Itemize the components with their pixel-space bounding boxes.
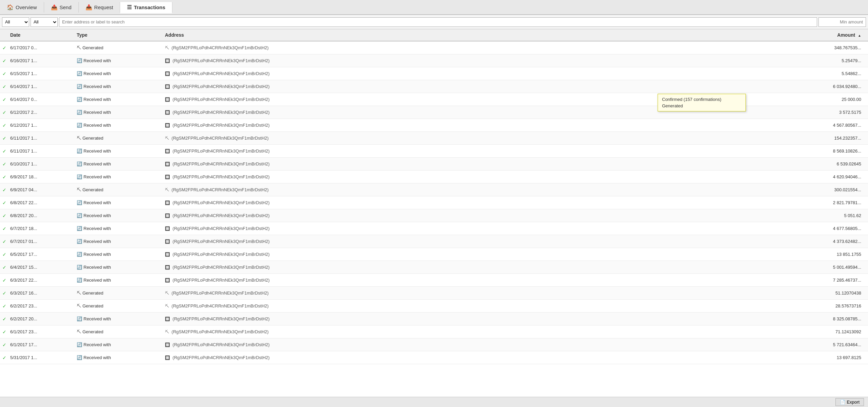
search-input[interactable]: [59, 17, 817, 27]
cell-date: 6/2/2017 20...: [9, 316, 77, 321]
table-row[interactable]: ✓ 6/9/2017 04... ⛏Generated ⛏ (RgSM2FPRL…: [0, 183, 868, 196]
col-header-date[interactable]: Date: [9, 32, 77, 38]
cell-address: 🔲 (RgSM2FPRLoPdh4CRRnNEk3QmF1mBrDstH2): [165, 252, 753, 257]
table-row[interactable]: ✓ 6/15/2017 1... 🔄Received with 🔲 (RgSM2…: [0, 67, 868, 80]
nav-request[interactable]: 📥 Request: [79, 2, 120, 13]
table-row[interactable]: ✓ 6/1/2017 17... 🔄Received with 🔲 (RgSM2…: [0, 338, 868, 351]
table-row[interactable]: ✓ 6/1/2017 23... ⛏Generated ⛏ (RgSM2FPRL…: [0, 325, 868, 338]
table-row[interactable]: ✓ 6/8/2017 22... 🔄Received with 🔲 (RgSM2…: [0, 196, 868, 209]
check-mark: ✓: [0, 71, 9, 76]
table-row[interactable]: ✓ 6/2/2017 20... 🔄Received with 🔲 (RgSM2…: [0, 313, 868, 325]
address-icon: 🔲: [165, 213, 170, 218]
cell-date: 6/10/2017 1...: [9, 161, 77, 166]
cell-amount: 300.021554...: [753, 187, 868, 192]
cell-amount: 4 567.80567...: [753, 123, 868, 128]
table-row[interactable]: ✓ 6/4/2017 15... 🔄Received with 🔲 (RgSM2…: [0, 261, 868, 274]
transactions-table: Date Type Address Amount ▲ ✓ 6/17/2017 0…: [0, 29, 868, 397]
cell-type: 🔄Received with: [77, 226, 165, 231]
cell-date: 6/3/2017 16...: [9, 290, 77, 296]
generated-icon: ⛏: [77, 187, 81, 192]
table-row[interactable]: ✓ 6/7/2017 01... 🔄Received with 🔲 (RgSM2…: [0, 235, 868, 248]
generated-icon: ⛏: [77, 45, 81, 50]
transactions-icon: ☰: [127, 4, 132, 11]
table-row[interactable]: ✓ 6/12/2017 1... 🔄Received with 🔲 (RgSM2…: [0, 119, 868, 132]
cell-date: 6/14/2017 0...: [9, 97, 77, 102]
cell-address: 🔲 (RgSM2FPRLoPdh4CRRnNEk3QmF1mBrDstH2): [165, 355, 753, 360]
nav-transactions[interactable]: ☰ Transactions: [120, 2, 172, 13]
received-icon: 🔄: [77, 97, 82, 102]
cell-address: 🔲 (RgSM2FPRLoPdh4CRRnNEk3QmF1mBrDstH2): [165, 148, 753, 154]
received-icon: 🔄: [77, 342, 82, 347]
table-row[interactable]: ✓ 5/31/2017 1... 🔄Received with 🔲 (RgSM2…: [0, 351, 868, 364]
address-icon: 🔲: [165, 200, 170, 205]
cell-date: 6/11/2017 1...: [9, 136, 77, 141]
tooltip-row-generated: Generated: [662, 103, 741, 109]
cell-date: 6/12/2017 2...: [9, 110, 77, 115]
address-icon: ⛏: [165, 330, 169, 334]
cell-type: 🔄Received with: [77, 342, 165, 347]
check-mark: ✓: [0, 123, 9, 128]
table-row[interactable]: ✓ 6/11/2017 1... ⛏Generated ⛏ (RgSM2FPRL…: [0, 132, 868, 145]
col-header-type[interactable]: Type: [77, 32, 165, 38]
nav-send[interactable]: 📤 Send: [44, 2, 79, 13]
table-row[interactable]: ✓ 6/5/2017 17... 🔄Received with 🔲 (RgSM2…: [0, 248, 868, 261]
table-body: ✓ 6/17/2017 0... ⛏Generated ⛏ (RgSM2FPRL…: [0, 41, 868, 364]
address-icon: 🔲: [165, 71, 170, 76]
received-icon: 🔄: [77, 265, 82, 270]
cell-type: ⛏Generated: [77, 136, 165, 141]
address-icon: 🔲: [165, 58, 170, 63]
address-icon: 🔲: [165, 110, 170, 115]
received-icon: 🔄: [77, 252, 82, 257]
table-row[interactable]: ✓ 6/3/2017 16... ⛏Generated ⛏ (RgSM2FPRL…: [0, 287, 868, 300]
col-header-amount[interactable]: Amount ▲: [753, 32, 868, 38]
table-row[interactable]: ✓ 6/9/2017 18... 🔄Received with 🔲 (RgSM2…: [0, 171, 868, 183]
table-row[interactable]: ✓ 6/8/2017 20... 🔄Received with 🔲 (RgSM2…: [0, 209, 868, 222]
cell-date: 6/12/2017 1...: [9, 123, 77, 128]
cell-address: 🔲 (RgSM2FPRLoPdh4CRRnNEk3QmF1mBrDstH2): [165, 161, 753, 166]
cell-address: 🔲 (RgSM2FPRLoPdh4CRRnNEk3QmF1mBrDstH2): [165, 316, 753, 321]
table-row[interactable]: ✓ 6/17/2017 0... ⛏Generated ⛏ (RgSM2FPRL…: [0, 41, 868, 54]
address-icon: 🔲: [165, 252, 170, 257]
cell-date: 6/9/2017 04...: [9, 187, 77, 192]
cell-amount: 6 539.02645: [753, 161, 868, 166]
check-mark: ✓: [0, 45, 9, 51]
table-row[interactable]: ✓ 6/3/2017 22... 🔄Received with 🔲 (RgSM2…: [0, 274, 868, 287]
address-icon: 🔲: [165, 84, 170, 89]
cell-amount: 5.54862...: [753, 71, 868, 76]
table-header: Date Type Address Amount ▲: [0, 29, 868, 41]
received-icon: 🔄: [77, 316, 82, 321]
generated-icon: ⛏: [77, 329, 81, 334]
cell-address: 🔲 (RgSM2FPRLoPdh4CRRnNEk3QmF1mBrDstH2): [165, 84, 753, 89]
check-mark: ✓: [0, 187, 9, 193]
filter-status-select[interactable]: All: [31, 17, 58, 27]
min-amount-input[interactable]: [818, 17, 866, 27]
cell-date: 6/2/2017 23...: [9, 303, 77, 308]
export-button[interactable]: 📄 Export: [835, 398, 864, 406]
table-row[interactable]: ✓ 6/11/2017 1... 🔄Received with 🔲 (RgSM2…: [0, 145, 868, 158]
cell-type: 🔄Received with: [77, 316, 165, 321]
cell-type: 🔄Received with: [77, 97, 165, 102]
tooltip-generated-label: Generated: [662, 103, 683, 108]
received-icon: 🔄: [77, 148, 82, 154]
cell-amount: 51.12070438: [753, 290, 868, 296]
received-icon: 🔄: [77, 71, 82, 76]
table-row[interactable]: ✓ 6/10/2017 1... 🔄Received with 🔲 (RgSM2…: [0, 158, 868, 171]
received-icon: 🔄: [77, 161, 82, 166]
cell-address: 🔲 (RgSM2FPRLoPdh4CRRnNEk3QmF1mBrDstH2): [165, 200, 753, 205]
table-row[interactable]: ✓ 6/2/2017 23... ⛏Generated ⛏ (RgSM2FPRL…: [0, 300, 868, 313]
address-icon: 🔲: [165, 342, 170, 347]
received-icon: 🔄: [77, 213, 82, 218]
filter-type-select[interactable]: All: [2, 17, 29, 27]
nav-send-label: Send: [60, 4, 72, 10]
table-row[interactable]: ✓ 6/14/2017 1... 🔄Received with 🔲 (RgSM2…: [0, 80, 868, 93]
table-row[interactable]: ✓ 6/16/2017 1... 🔄Received with 🔲 (RgSM2…: [0, 54, 868, 67]
table-row[interactable]: ✓ 6/7/2017 18... 🔄Received with 🔲 (RgSM2…: [0, 222, 868, 235]
received-icon: 🔄: [77, 123, 82, 128]
cell-address: 🔲 (RgSM2FPRLoPdh4CRRnNEk3QmF1mBrDstH2): [165, 265, 753, 270]
cell-address: ⛏ (RgSM2FPRLoPdh4CRRnNEk3QmF1mBrDstH2): [165, 45, 753, 50]
tooltip-confirmed-label: Confirmed (157 confirmations): [662, 97, 721, 102]
cell-amount: 5 001.49594...: [753, 265, 868, 270]
col-header-address[interactable]: Address: [165, 32, 753, 38]
nav-overview[interactable]: 🏠 Overview: [0, 2, 44, 13]
cell-type: 🔄Received with: [77, 252, 165, 257]
